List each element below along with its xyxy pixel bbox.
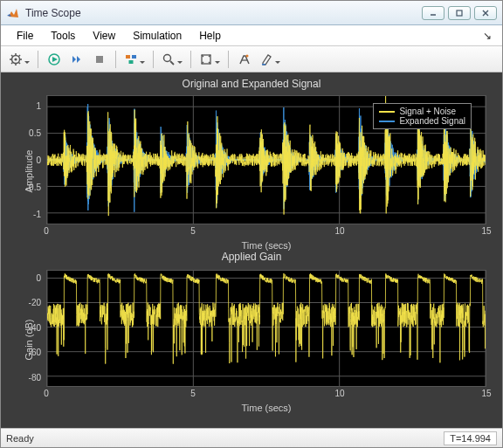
svg-rect-16 xyxy=(129,60,134,64)
legend-signal-noise: Signal + Noise xyxy=(399,107,456,116)
svg-point-17 xyxy=(164,54,171,61)
chart2-axes[interactable] xyxy=(46,270,486,387)
ytick: -80 xyxy=(29,372,41,382)
svg-rect-1 xyxy=(457,10,462,16)
chart1-axes[interactable]: Signal + Noise Expanded Signal xyxy=(46,95,486,224)
close-button[interactable] xyxy=(474,6,497,20)
zoom-button[interactable] xyxy=(159,49,185,70)
menu-tools[interactable]: Tools xyxy=(42,27,84,45)
chart1: Amplitude -1-0.500.51 Signal + Noise Exp… xyxy=(6,92,497,251)
ytick: 0 xyxy=(36,272,41,282)
chart1-legend: Signal + Noise Expanded Signal xyxy=(373,103,472,129)
ytick: -20 xyxy=(29,298,41,307)
svg-point-21 xyxy=(246,54,249,57)
ytick: -40 xyxy=(29,322,41,332)
toolbar xyxy=(1,46,502,72)
xtick: 5 xyxy=(190,226,196,236)
svg-line-11 xyxy=(19,55,21,57)
highlight-button[interactable] xyxy=(257,49,283,70)
xtick: 0 xyxy=(44,226,49,236)
ytick: -0.5 xyxy=(26,182,41,191)
menu-simulation[interactable]: Simulation xyxy=(124,27,190,45)
svg-rect-13 xyxy=(96,56,103,63)
chart1-xlabel: Time (secs) xyxy=(46,240,486,251)
chart2-title: Applied Gain xyxy=(6,251,497,265)
svg-line-9 xyxy=(19,62,21,64)
step-forward-button[interactable] xyxy=(66,49,87,70)
ytick: 1 xyxy=(36,101,41,111)
dock-icon[interactable]: ↘ xyxy=(479,30,495,42)
menu-file[interactable]: File xyxy=(8,27,42,45)
minimize-button[interactable] xyxy=(422,6,444,20)
svg-rect-15 xyxy=(132,55,136,59)
window-title: Time Scope xyxy=(25,7,422,19)
chart2-xlabel: Time (secs) xyxy=(46,403,486,413)
measurements-button[interactable] xyxy=(234,49,255,70)
autoscale-button[interactable] xyxy=(196,49,223,70)
status-time: T=14.994 xyxy=(444,431,497,445)
svg-line-10 xyxy=(11,62,13,64)
status-ready: Ready xyxy=(6,433,34,444)
ytick: -1 xyxy=(33,209,41,218)
maximize-button[interactable] xyxy=(448,6,471,20)
svg-line-18 xyxy=(170,61,174,65)
xtick: 0 xyxy=(44,389,49,398)
xtick: 15 xyxy=(481,389,491,398)
run-button[interactable] xyxy=(44,49,65,70)
xtick: 5 xyxy=(190,389,196,398)
matlab-icon xyxy=(6,6,20,20)
ytick: 0 xyxy=(36,155,41,165)
xtick: 10 xyxy=(334,226,344,236)
svg-rect-14 xyxy=(126,55,130,59)
stop-button[interactable] xyxy=(89,49,110,70)
ytick: 0.5 xyxy=(29,128,41,138)
svg-point-3 xyxy=(14,58,17,60)
menu-view[interactable]: View xyxy=(84,27,124,45)
plot-area: Original and Expanded Signal Amplitude -… xyxy=(1,72,502,428)
menu-help[interactable]: Help xyxy=(190,27,230,45)
statusbar: Ready T=14.994 xyxy=(1,428,502,447)
chart1-title: Original and Expanded Signal xyxy=(6,78,497,92)
menubar: File Tools View Simulation Help ↘ xyxy=(1,25,502,46)
triggers-button[interactable] xyxy=(121,49,148,70)
svg-line-8 xyxy=(11,55,13,57)
chart2: Gain (dB) -80-60-40-200 051015 Time (sec… xyxy=(6,266,497,413)
svg-rect-22 xyxy=(262,64,265,65)
settings-button[interactable] xyxy=(6,49,32,70)
xtick: 15 xyxy=(481,226,491,236)
titlebar: Time Scope xyxy=(1,1,502,25)
legend-expanded-signal: Expanded Signal xyxy=(399,116,465,126)
ytick: -60 xyxy=(29,348,41,357)
xtick: 10 xyxy=(334,389,344,398)
